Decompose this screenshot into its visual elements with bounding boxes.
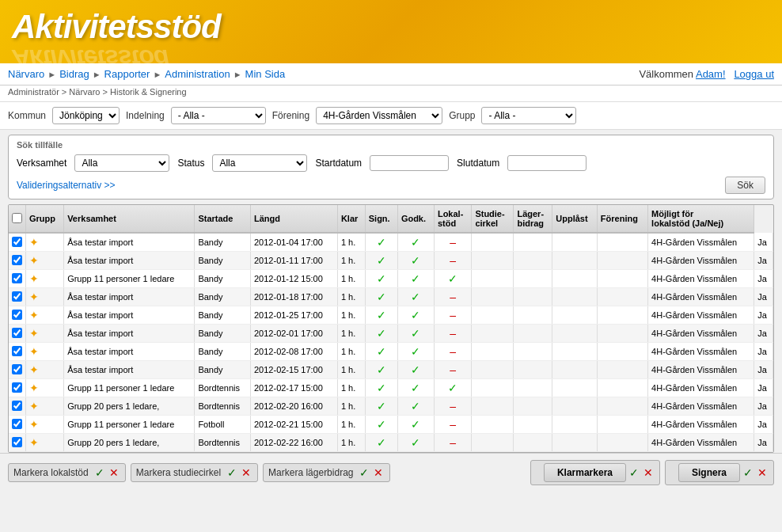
klar-cell: ✓	[365, 233, 397, 252]
row-checkbox[interactable]	[12, 401, 22, 411]
klarmarkera-cancel-btn[interactable]: ✕	[642, 466, 655, 479]
forening-cell: 4H-Gården Vissmålen	[648, 233, 754, 252]
signera-cancel-btn[interactable]: ✕	[756, 466, 769, 479]
sign-cell: ✓	[397, 325, 434, 343]
row-checkbox[interactable]	[12, 364, 22, 374]
row-checkbox[interactable]	[12, 255, 22, 265]
row-checkbox[interactable]	[12, 310, 22, 320]
nav-minsida[interactable]: Min Sida	[245, 68, 286, 80]
slutdatum-label: Slutdatum	[457, 158, 499, 169]
star-icon-cell[interactable]: ✦	[26, 325, 64, 343]
nav-narvaro[interactable]: Närvaro	[8, 68, 44, 80]
scroll-area[interactable]: Grupp Verksamhet Startade Längd Klar Sig…	[9, 205, 773, 452]
star-icon-cell[interactable]: ✦	[26, 379, 64, 397]
forening-cell: 4H-Gården Vissmålen	[648, 343, 754, 361]
startdatum-input[interactable]	[370, 155, 449, 171]
select-all-checkbox[interactable]	[12, 213, 22, 223]
sign-cell: ✓	[397, 379, 434, 397]
forening-cell: 4H-Gården Vissmålen	[648, 434, 754, 452]
mojligt-cell: Ja	[754, 416, 773, 434]
lager-cell	[552, 306, 598, 325]
nav-rapporter[interactable]: Rapporter	[104, 68, 150, 80]
table-row: ✦Grupp 20 pers 1 ledare,Bordtennis2012-0…	[9, 434, 773, 452]
star-icon: ✦	[29, 291, 39, 303]
signera-btn[interactable]: Signera	[678, 463, 740, 482]
check-icon: ✓	[377, 254, 386, 267]
klarmarkera-confirm-btn[interactable]: ✓	[628, 466, 640, 479]
kommun-select[interactable]: Jönköping	[52, 107, 120, 124]
upplast-cell	[597, 361, 647, 379]
lokalstod-confirm-btn[interactable]: ✓	[93, 466, 106, 479]
langd-cell: 1 h.	[337, 434, 365, 452]
table-row: ✦Åsa testar importBandy2012-02-01 17:001…	[9, 325, 773, 343]
langd-cell: 1 h.	[337, 233, 365, 252]
signera-confirm-btn[interactable]: ✓	[742, 466, 754, 479]
studiecirkel-confirm-btn[interactable]: ✓	[226, 466, 238, 479]
col-verksamhet: Verksamhet	[64, 205, 195, 233]
star-icon-cell[interactable]: ✦	[26, 361, 64, 379]
star-icon-cell[interactable]: ✦	[26, 233, 64, 252]
studiecirkel-cancel-btn[interactable]: ✕	[240, 466, 252, 479]
search-actions: Valideringsalternativ >> Sök	[17, 177, 765, 194]
lokalstod-cancel-btn[interactable]: ✕	[108, 466, 120, 479]
lager-cell	[552, 434, 598, 452]
row-checkbox[interactable]	[12, 273, 22, 283]
row-checkbox[interactable]	[12, 419, 22, 429]
row-checkbox[interactable]	[12, 328, 22, 338]
forening-cell: 4H-Gården Vissmålen	[648, 379, 754, 397]
sign-cell: ✓	[397, 416, 434, 434]
indelning-select[interactable]: - Alla -	[171, 107, 266, 124]
username-link[interactable]: Adam!	[696, 68, 726, 80]
row-checkbox[interactable]	[12, 437, 22, 447]
col-checkbox	[9, 205, 26, 233]
studie-cell	[514, 252, 552, 270]
forening-select[interactable]: 4H-Gården Vissmålen	[316, 107, 442, 124]
table-row: ✦Grupp 20 pers 1 ledare,Bordtennis2012-0…	[9, 397, 773, 416]
lagerbidrag-label: Markera lägerbidrag	[268, 467, 353, 478]
grupp-select[interactable]: - Alla -	[481, 107, 576, 124]
welcome-text: Välkommen	[639, 68, 693, 80]
star-icon-cell[interactable]: ✦	[26, 288, 64, 306]
godk-cell: ✓	[434, 270, 471, 288]
star-icon-cell[interactable]: ✦	[26, 252, 64, 270]
valider-link[interactable]: Valideringsalternativ >>	[17, 180, 116, 191]
lagerbidrag-confirm-btn[interactable]: ✓	[358, 466, 370, 479]
col-startade: Startade	[195, 205, 251, 233]
logout-link[interactable]: Logga ut	[734, 68, 774, 80]
star-icon-cell[interactable]: ✦	[26, 270, 64, 288]
startade-cell: 2012-02-08 17:00	[251, 343, 338, 361]
klarmarkera-btn[interactable]: Klarmarkera	[544, 463, 626, 482]
nav-administration[interactable]: Administration	[165, 68, 230, 80]
row-checkbox[interactable]	[12, 291, 22, 302]
studie-cell	[514, 306, 552, 325]
row-checkbox[interactable]	[12, 346, 22, 356]
star-icon-cell[interactable]: ✦	[26, 416, 64, 434]
upplast-cell	[597, 270, 647, 288]
star-icon-cell[interactable]: ✦	[26, 434, 64, 452]
sign-cell: ✓	[397, 434, 434, 452]
verksamhet-label: Verksamhet	[17, 158, 66, 169]
minus-icon: –	[450, 254, 456, 267]
langd-cell: 1 h.	[337, 416, 365, 434]
lokalstod-group: Markera lokalstöd ✓ ✕	[8, 463, 126, 482]
startade-cell: 2012-01-18 17:00	[251, 288, 338, 306]
row-checkbox[interactable]	[12, 382, 22, 393]
lagerbidrag-cancel-btn[interactable]: ✕	[372, 466, 385, 479]
forening-cell: 4H-Gården Vissmålen	[648, 252, 754, 270]
star-icon-cell[interactable]: ✦	[26, 306, 64, 325]
slutdatum-input[interactable]	[507, 155, 586, 171]
col-langd: Längd	[251, 205, 338, 233]
godk-cell: ✓	[434, 379, 471, 397]
star-icon-cell[interactable]: ✦	[26, 343, 64, 361]
verksamhet-select[interactable]: Alla	[74, 154, 169, 172]
star-icon: ✦	[29, 345, 39, 358]
check-icon: ✓	[377, 272, 386, 285]
langd-cell: 1 h.	[337, 361, 365, 379]
row-checkbox[interactable]	[12, 237, 22, 247]
status-select[interactable]: Alla	[212, 154, 307, 172]
app-title: Aktivitetsstöd	[12, 8, 770, 46]
star-icon-cell[interactable]: ✦	[26, 397, 64, 416]
search-button[interactable]: Sök	[725, 177, 765, 194]
klarmarkera-group: Klarmarkera ✓ ✕	[530, 460, 660, 485]
nav-bidrag[interactable]: Bidrag	[59, 68, 89, 80]
